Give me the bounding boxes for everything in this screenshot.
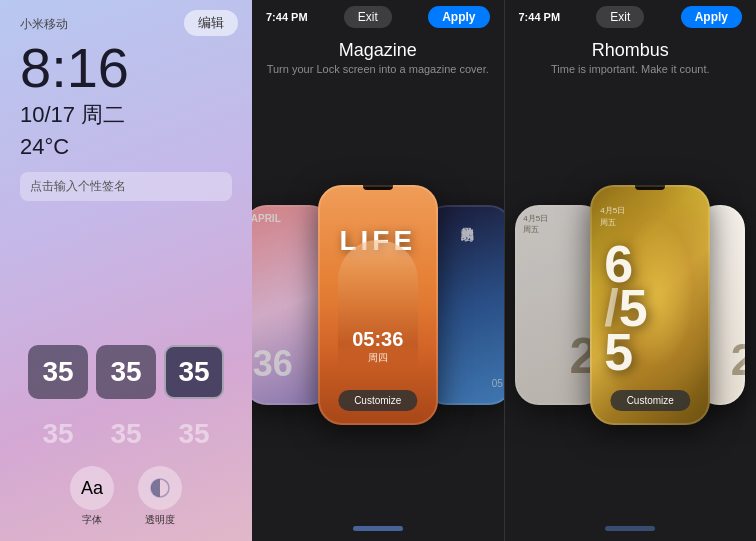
magazine-topbar: 7:44 PM Exit Apply — [252, 0, 504, 34]
rhombus-topbar: 7:44 PM Exit Apply — [505, 0, 757, 34]
signature-field[interactable]: 点击输入个性签名 — [20, 172, 232, 201]
rhombus-subtitle: Time is important. Make it count. — [551, 63, 710, 75]
magazine-indicator — [252, 526, 504, 541]
magazine-exit-button[interactable]: Exit — [344, 6, 392, 28]
magazine-apply-button[interactable]: Apply — [428, 6, 489, 28]
rhombus-date: 4月5日周五 — [600, 205, 625, 231]
rhombus-carousel: 4月5日周五 2 4月5日周五 6 /5 5 Customize — [505, 83, 757, 526]
magazine-title: Magazine — [339, 40, 417, 61]
bottom-controls: Aa 字体 透明度 — [70, 466, 182, 527]
num-cell-6[interactable]: 35 — [164, 407, 224, 461]
time-display: 8:16 — [20, 39, 232, 98]
rhombus-status-time: 7:44 PM — [519, 11, 561, 23]
magazine-panel: 7:44 PM Exit Apply Magazine Turn your Lo… — [252, 0, 504, 541]
rhombus-indicator — [505, 526, 757, 541]
font-control[interactable]: Aa 字体 — [70, 466, 114, 527]
left-panel: 编辑 小米移动 8:16 10/17 周二 24°C 点击输入个性签名 35 3… — [0, 0, 252, 541]
temp-display: 24°C — [20, 134, 232, 160]
rhombus-title: Rhombus — [592, 40, 669, 61]
magazine-phone-main: LIFE 05:36 周四 Customize — [318, 185, 438, 425]
rhombus-phone-main: 4月5日周五 6 /5 5 Customize — [590, 185, 710, 425]
edit-button[interactable]: 编辑 — [184, 10, 238, 36]
num-cell-4[interactable]: 35 — [28, 407, 88, 461]
num-cell-3-active[interactable]: 35 — [164, 345, 224, 399]
font-icon: Aa — [70, 466, 114, 510]
magazine-subtitle: Turn your Lock screen into a magazine co… — [267, 63, 489, 75]
number-grid: 35 35 35 35 35 35 — [28, 345, 224, 461]
opacity-control[interactable]: 透明度 — [138, 466, 182, 527]
font-label: 字体 — [82, 513, 102, 527]
magazine-carousel: APRIL 36 6 LIFE 05:36 周四 Customize — [252, 83, 504, 526]
rhombus-status: 7:44 PM — [519, 11, 561, 23]
magazine-status: 7:44 PM — [266, 11, 308, 23]
rhombus-apply-button[interactable]: Apply — [681, 6, 742, 28]
rhombus-customize-button[interactable]: Customize — [611, 390, 690, 411]
magazine-time: 05:36 周四 — [352, 328, 403, 365]
opacity-label: 透明度 — [145, 513, 175, 527]
rhombus-indicator-bar — [605, 526, 655, 531]
num-cell-1[interactable]: 35 — [28, 345, 88, 399]
num-cell-2[interactable]: 35 — [96, 345, 156, 399]
magazine-status-time: 7:44 PM — [266, 11, 308, 23]
magazine-customize-button[interactable]: Customize — [338, 390, 417, 411]
magazine-indicator-bar — [353, 526, 403, 531]
rhombus-numbers: 6 /5 5 — [604, 242, 647, 375]
opacity-icon — [138, 466, 182, 510]
date-display: 10/17 周二 — [20, 100, 232, 130]
num-cell-5[interactable]: 35 — [96, 407, 156, 461]
rhombus-panel: 7:44 PM Exit Apply Rhombus Time is impor… — [504, 0, 757, 541]
rhombus-exit-button[interactable]: Exit — [596, 6, 644, 28]
